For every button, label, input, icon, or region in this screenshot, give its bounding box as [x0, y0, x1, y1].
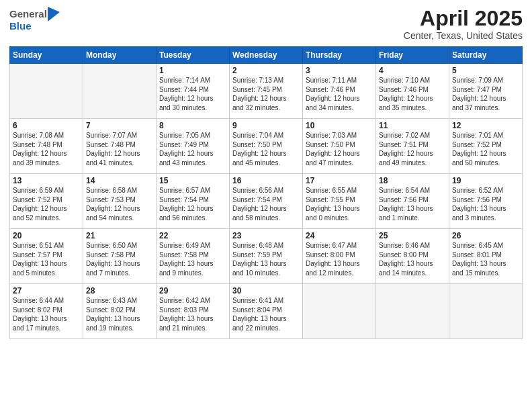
day-info: Sunrise: 6:43 AMSunset: 8:02 PMDaylight:…	[86, 296, 153, 332]
day-cell: 21Sunrise: 6:50 AMSunset: 7:58 PMDayligh…	[83, 229, 157, 284]
day-cell: 6Sunrise: 7:08 AMSunset: 7:48 PMDaylight…	[10, 119, 83, 174]
day-cell: 26Sunrise: 6:45 AMSunset: 8:01 PMDayligh…	[449, 229, 523, 284]
day-info: Sunrise: 6:54 AMSunset: 7:56 PMDaylight:…	[379, 186, 446, 222]
day-info: Sunrise: 6:47 AMSunset: 8:00 PMDaylight:…	[306, 241, 373, 277]
day-cell: 3Sunrise: 7:11 AMSunset: 7:46 PMDaylight…	[303, 64, 376, 119]
day-info: Sunrise: 7:13 AMSunset: 7:45 PMDaylight:…	[232, 76, 300, 112]
header: General Blue April 2025 Center, Texas, U…	[9, 7, 523, 41]
day-number: 5	[452, 66, 519, 75]
day-number: 10	[306, 121, 373, 130]
day-cell: 27Sunrise: 6:44 AMSunset: 8:02 PMDayligh…	[10, 284, 83, 339]
day-number: 25	[379, 231, 446, 240]
day-number: 12	[452, 121, 519, 130]
day-number: 13	[13, 176, 80, 185]
day-cell: 11Sunrise: 7:02 AMSunset: 7:51 PMDayligh…	[376, 119, 449, 174]
day-cell: 12Sunrise: 7:01 AMSunset: 7:52 PMDayligh…	[449, 119, 523, 174]
day-cell: 19Sunrise: 6:52 AMSunset: 7:56 PMDayligh…	[449, 174, 523, 229]
col-header-tuesday: Tuesday	[157, 47, 230, 64]
day-cell	[376, 284, 449, 339]
day-info: Sunrise: 6:50 AMSunset: 7:58 PMDaylight:…	[86, 241, 153, 277]
col-header-wednesday: Wednesday	[230, 47, 303, 64]
day-number: 15	[159, 176, 226, 185]
day-cell: 29Sunrise: 6:42 AMSunset: 8:03 PMDayligh…	[157, 284, 230, 339]
day-info: Sunrise: 7:07 AMSunset: 7:48 PMDaylight:…	[86, 131, 153, 167]
day-info: Sunrise: 6:58 AMSunset: 7:53 PMDaylight:…	[86, 186, 153, 222]
logo-icon	[48, 7, 60, 21]
day-number: 29	[159, 286, 226, 295]
col-header-friday: Friday	[376, 47, 449, 64]
week-row-2: 13Sunrise: 6:59 AMSunset: 7:52 PMDayligh…	[10, 174, 523, 229]
day-cell: 25Sunrise: 6:46 AMSunset: 8:00 PMDayligh…	[376, 229, 449, 284]
calendar-table: SundayMondayTuesdayWednesdayThursdayFrid…	[9, 46, 523, 339]
day-cell: 16Sunrise: 6:56 AMSunset: 7:54 PMDayligh…	[230, 174, 303, 229]
day-cell: 7Sunrise: 7:07 AMSunset: 7:48 PMDaylight…	[83, 119, 157, 174]
day-number: 2	[232, 66, 300, 75]
day-cell: 22Sunrise: 6:49 AMSunset: 7:58 PMDayligh…	[157, 229, 230, 284]
day-cell	[303, 284, 376, 339]
day-info: Sunrise: 7:04 AMSunset: 7:50 PMDaylight:…	[232, 131, 300, 167]
day-number: 26	[452, 231, 519, 240]
day-info: Sunrise: 7:02 AMSunset: 7:51 PMDaylight:…	[379, 131, 446, 167]
day-info: Sunrise: 6:48 AMSunset: 7:59 PMDaylight:…	[232, 241, 300, 277]
col-header-monday: Monday	[83, 47, 157, 64]
day-cell: 30Sunrise: 6:41 AMSunset: 8:04 PMDayligh…	[230, 284, 303, 339]
day-number: 7	[86, 121, 153, 130]
day-cell	[10, 64, 83, 119]
logo: General Blue	[9, 7, 60, 32]
col-header-sunday: Sunday	[10, 47, 83, 64]
title-location: Center, Texas, United States	[404, 30, 523, 41]
day-cell: 4Sunrise: 7:10 AMSunset: 7:46 PMDaylight…	[376, 64, 449, 119]
day-info: Sunrise: 6:51 AMSunset: 7:57 PMDaylight:…	[13, 241, 80, 277]
day-number: 3	[306, 66, 373, 75]
day-cell: 17Sunrise: 6:55 AMSunset: 7:55 PMDayligh…	[303, 174, 376, 229]
day-cell: 24Sunrise: 6:47 AMSunset: 8:00 PMDayligh…	[303, 229, 376, 284]
day-cell: 10Sunrise: 7:03 AMSunset: 7:50 PMDayligh…	[303, 119, 376, 174]
day-number: 21	[86, 231, 153, 240]
day-info: Sunrise: 7:10 AMSunset: 7:46 PMDaylight:…	[379, 76, 446, 112]
day-info: Sunrise: 6:59 AMSunset: 7:52 PMDaylight:…	[13, 186, 80, 222]
day-number: 19	[452, 176, 519, 185]
day-cell: 20Sunrise: 6:51 AMSunset: 7:57 PMDayligh…	[10, 229, 83, 284]
day-info: Sunrise: 7:09 AMSunset: 7:47 PMDaylight:…	[452, 76, 519, 112]
day-info: Sunrise: 6:55 AMSunset: 7:55 PMDaylight:…	[306, 186, 373, 222]
day-number: 20	[13, 231, 80, 240]
day-info: Sunrise: 6:41 AMSunset: 8:04 PMDaylight:…	[232, 296, 300, 332]
day-number: 14	[86, 176, 153, 185]
day-number: 6	[13, 121, 80, 130]
day-info: Sunrise: 7:01 AMSunset: 7:52 PMDaylight:…	[452, 131, 519, 167]
day-cell: 9Sunrise: 7:04 AMSunset: 7:50 PMDaylight…	[230, 119, 303, 174]
day-number: 4	[379, 66, 446, 75]
day-number: 16	[232, 176, 300, 185]
col-header-thursday: Thursday	[303, 47, 376, 64]
day-cell	[83, 64, 157, 119]
title-month: April 2025	[404, 7, 523, 30]
day-number: 30	[232, 286, 300, 295]
logo-general-text: General	[9, 8, 47, 19]
day-info: Sunrise: 6:49 AMSunset: 7:58 PMDaylight:…	[159, 241, 226, 277]
week-row-4: 27Sunrise: 6:44 AMSunset: 8:02 PMDayligh…	[10, 284, 523, 339]
day-cell: 18Sunrise: 6:54 AMSunset: 7:56 PMDayligh…	[376, 174, 449, 229]
day-number: 17	[306, 176, 373, 185]
day-info: Sunrise: 6:42 AMSunset: 8:03 PMDaylight:…	[159, 296, 226, 332]
day-cell: 8Sunrise: 7:05 AMSunset: 7:49 PMDaylight…	[157, 119, 230, 174]
day-cell: 1Sunrise: 7:14 AMSunset: 7:44 PMDaylight…	[157, 64, 230, 119]
day-info: Sunrise: 6:56 AMSunset: 7:54 PMDaylight:…	[232, 186, 300, 222]
day-cell: 23Sunrise: 6:48 AMSunset: 7:59 PMDayligh…	[230, 229, 303, 284]
day-info: Sunrise: 6:46 AMSunset: 8:00 PMDaylight:…	[379, 241, 446, 277]
day-number: 28	[86, 286, 153, 295]
day-cell: 13Sunrise: 6:59 AMSunset: 7:52 PMDayligh…	[10, 174, 83, 229]
logo-blue-text: Blue	[9, 20, 32, 32]
calendar-header-row: SundayMondayTuesdayWednesdayThursdayFrid…	[10, 47, 523, 64]
day-info: Sunrise: 7:03 AMSunset: 7:50 PMDaylight:…	[306, 131, 373, 167]
day-info: Sunrise: 7:05 AMSunset: 7:49 PMDaylight:…	[159, 131, 226, 167]
title-block: April 2025 Center, Texas, United States	[404, 7, 523, 41]
day-number: 1	[159, 66, 226, 75]
day-number: 9	[232, 121, 300, 130]
week-row-0: 1Sunrise: 7:14 AMSunset: 7:44 PMDaylight…	[10, 64, 523, 119]
day-cell: 2Sunrise: 7:13 AMSunset: 7:45 PMDaylight…	[230, 64, 303, 119]
day-number: 11	[379, 121, 446, 130]
day-cell	[449, 284, 523, 339]
day-cell: 14Sunrise: 6:58 AMSunset: 7:53 PMDayligh…	[83, 174, 157, 229]
day-number: 8	[159, 121, 226, 130]
day-info: Sunrise: 6:44 AMSunset: 8:02 PMDaylight:…	[13, 296, 80, 332]
